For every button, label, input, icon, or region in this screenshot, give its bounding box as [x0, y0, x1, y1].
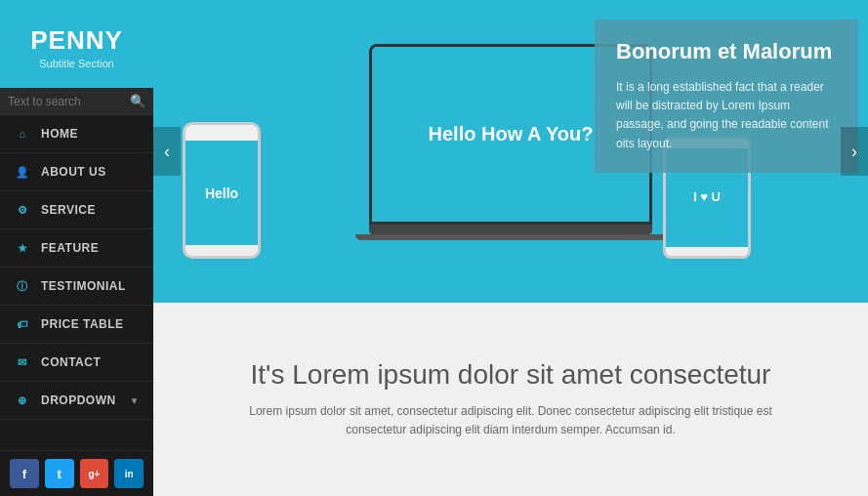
nav-item-testimonial[interactable]: ⓘ TESTIMONIAL	[0, 268, 153, 306]
prev-button[interactable]: ‹	[153, 127, 181, 176]
service-icon: ⚙	[14, 201, 31, 219]
main-content: ‹ Hello How A You? Hello	[153, 0, 868, 496]
home-icon: ⌂	[14, 125, 31, 143]
nav-item-service[interactable]: ⚙ SERVICE	[0, 191, 153, 229]
laptop-base	[369, 225, 652, 234]
testimonial-icon: ⓘ	[14, 277, 31, 295]
next-button[interactable]: ›	[841, 127, 868, 176]
nav-item-about[interactable]: 👤 ABOUT US	[0, 153, 153, 191]
nav-label-price: PRICE TABLE	[41, 317, 124, 331]
social-bar: f t g+ in	[0, 450, 153, 496]
logo-title: PENNY	[30, 26, 123, 55]
sidebar: PENNY Subtitle Section 🔍 ⌂ HOME 👤 ABOUT …	[0, 0, 153, 496]
nav-item-home[interactable]: ⌂ HOME	[0, 115, 153, 153]
nav-label-home: HOME	[41, 127, 78, 141]
dropdown-icon: ⊕	[14, 392, 31, 409]
nav-label-dropdown: DROPDOWN	[41, 393, 116, 407]
price-icon: 🏷	[14, 315, 31, 333]
contact-icon: ✉	[14, 353, 31, 371]
nav-label-contact: CONTACT	[41, 355, 101, 369]
nav-item-contact[interactable]: ✉ CONTACT	[0, 344, 153, 382]
hero-body: It is a long established fact that a rea…	[616, 78, 837, 153]
lower-body: Lorem ipsum dolor sit amet, consectetur …	[218, 402, 804, 439]
phone-device: Hello	[183, 122, 261, 259]
facebook-button[interactable]: f	[10, 459, 39, 488]
nav-item-dropdown[interactable]: ⊕ DROPDOWN ▼	[0, 382, 153, 420]
lower-title: It's Lorem ipsum dolor sit amet consecte…	[251, 359, 771, 391]
search-icon[interactable]: 🔍	[130, 94, 145, 108]
chevron-down-icon: ▼	[130, 395, 140, 406]
hero-textbox: Bonorum et Malorum It is a long establis…	[595, 20, 858, 173]
logo-subtitle: Subtitle Section	[39, 58, 113, 69]
search-area[interactable]: 🔍	[0, 88, 153, 115]
lower-section: It's Lorem ipsum dolor sit amet consecte…	[153, 303, 868, 496]
hero-title: Bonorum et Malorum	[616, 39, 837, 64]
feature-icon: ★	[14, 239, 31, 257]
logo-area: PENNY Subtitle Section	[0, 0, 153, 88]
nav-label-feature: FEATURE	[41, 241, 99, 255]
googleplus-button[interactable]: g+	[80, 459, 109, 488]
phone-screen: Hello	[186, 141, 258, 245]
nav-label-about: ABOUT US	[41, 165, 106, 179]
linkedin-button[interactable]: in	[114, 459, 144, 488]
hero-slider: ‹ Hello How A You? Hello	[153, 0, 868, 303]
search-input[interactable]	[8, 95, 130, 108]
nav-label-testimonial: TESTIMONIAL	[41, 279, 126, 293]
nav-list: ⌂ HOME 👤 ABOUT US ⚙ SERVICE ★ FEATURE ⓘ …	[0, 115, 153, 420]
nav-label-service: SERVICE	[41, 203, 96, 217]
nav-item-feature[interactable]: ★ FEATURE	[0, 229, 153, 268]
laptop-foot	[355, 234, 667, 240]
nav-item-price[interactable]: 🏷 PRICE TABLE	[0, 306, 153, 344]
about-icon: 👤	[14, 163, 31, 181]
twitter-button[interactable]: t	[45, 459, 74, 488]
